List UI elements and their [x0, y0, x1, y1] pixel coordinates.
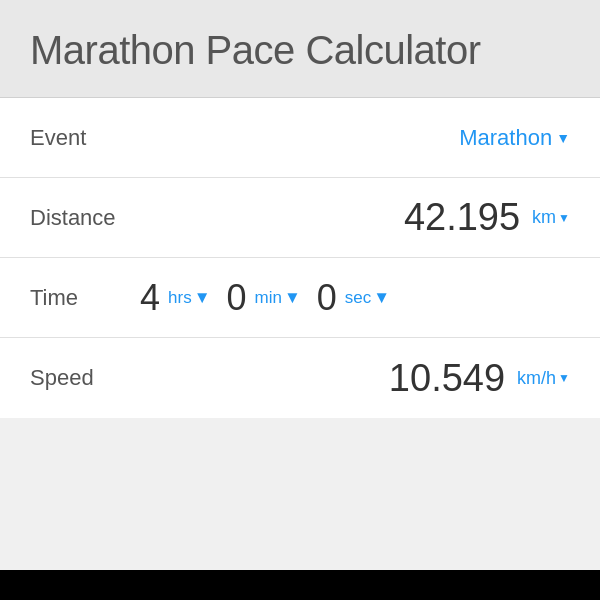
distance-unit-dropdown[interactable]: km ▼	[532, 207, 570, 228]
time-minutes-value: 0	[226, 277, 246, 319]
event-label: Event	[30, 125, 140, 151]
time-hours-unit: hrs	[168, 288, 192, 308]
distance-row: Distance 42.195 km ▼	[0, 178, 600, 258]
header: Marathon Pace Calculator	[0, 0, 600, 98]
bottom-bar	[0, 570, 600, 600]
app-container: Marathon Pace Calculator Event Marathon …	[0, 0, 600, 570]
event-row: Event Marathon ▼	[0, 98, 600, 178]
speed-value: 10.549	[389, 357, 505, 400]
distance-unit-arrow: ▼	[558, 211, 570, 225]
event-row-content: Marathon ▼	[140, 125, 570, 151]
time-hours-value: 4	[140, 277, 160, 319]
time-hours-arrow: ▼	[194, 288, 211, 308]
event-dropdown[interactable]: Marathon ▼	[459, 125, 570, 151]
distance-value: 42.195	[404, 196, 520, 239]
distance-unit: km	[532, 207, 556, 228]
speed-unit-dropdown[interactable]: km/h ▼	[517, 368, 570, 389]
time-label: Time	[30, 285, 140, 311]
event-value: Marathon	[459, 125, 552, 151]
speed-row-content: 10.549 km/h ▼	[140, 357, 570, 400]
time-minutes-unit: min	[255, 288, 282, 308]
time-seconds-value: 0	[317, 277, 337, 319]
time-minutes-unit-dropdown[interactable]: min ▼	[255, 288, 301, 308]
page-title: Marathon Pace Calculator	[30, 28, 570, 73]
distance-row-content: 42.195 km ▼	[140, 196, 570, 239]
time-row: Time 4 hrs ▼ 0 min ▼ 0 sec ▼	[0, 258, 600, 338]
time-hours-unit-dropdown[interactable]: hrs ▼	[168, 288, 210, 308]
time-row-content: 4 hrs ▼ 0 min ▼ 0 sec ▼	[140, 277, 398, 319]
time-minutes-arrow: ▼	[284, 288, 301, 308]
event-dropdown-arrow: ▼	[556, 130, 570, 146]
speed-unit-arrow: ▼	[558, 371, 570, 385]
time-seconds-unit-dropdown[interactable]: sec ▼	[345, 288, 390, 308]
time-seconds-arrow: ▼	[373, 288, 390, 308]
time-seconds-unit: sec	[345, 288, 371, 308]
speed-label: Speed	[30, 365, 140, 391]
rows-container: Event Marathon ▼ Distance 42.195 km ▼ Ti…	[0, 98, 600, 418]
speed-unit: km/h	[517, 368, 556, 389]
speed-row: Speed 10.549 km/h ▼	[0, 338, 600, 418]
distance-label: Distance	[30, 205, 140, 231]
